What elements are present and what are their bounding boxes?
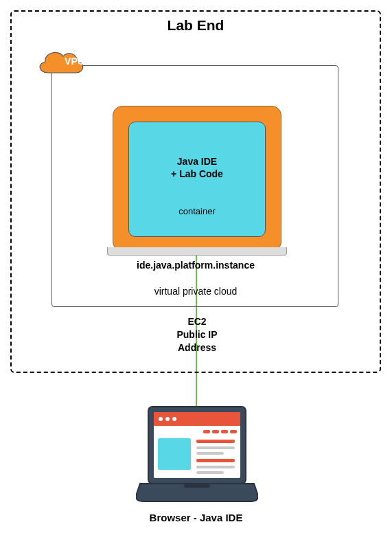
svg-rect-10 bbox=[158, 438, 191, 470]
container-sub: container bbox=[129, 206, 265, 216]
svg-rect-8 bbox=[221, 430, 228, 433]
svg-rect-7 bbox=[212, 430, 219, 433]
vpc-box: VPC Java IDE + Lab Code container ide.ja… bbox=[51, 65, 338, 307]
svg-rect-14 bbox=[196, 459, 235, 462]
svg-rect-12 bbox=[196, 446, 235, 449]
instance-base bbox=[107, 247, 287, 256]
svg-rect-13 bbox=[196, 452, 224, 455]
ec2-label: EC2 Public IP Address bbox=[12, 315, 382, 354]
lab-end-boundary: Lab End VPC Java IDE + Lab Code containe… bbox=[10, 10, 381, 373]
svg-rect-11 bbox=[196, 440, 235, 443]
svg-rect-6 bbox=[203, 430, 210, 433]
ec2-line2: Public IP bbox=[176, 329, 217, 340]
container-title: Java IDE + Lab Code bbox=[129, 155, 265, 180]
svg-rect-17 bbox=[184, 484, 210, 488]
vpc-badge-text: VPC bbox=[52, 56, 97, 67]
svg-rect-16 bbox=[196, 471, 224, 474]
svg-point-4 bbox=[165, 417, 170, 421]
instance-box: Java IDE + Lab Code container bbox=[113, 106, 281, 251]
container-line2: + Lab Code bbox=[171, 168, 223, 179]
container-box: Java IDE + Lab Code container bbox=[128, 122, 266, 237]
instance-label: ide.java.platform.instance bbox=[52, 260, 339, 271]
svg-point-3 bbox=[159, 417, 163, 421]
lab-end-title: Lab End bbox=[12, 17, 380, 34]
browser-label: Browser - Java IDE bbox=[0, 512, 392, 523]
container-line1: Java IDE bbox=[177, 156, 217, 167]
ec2-line3: Address bbox=[178, 342, 216, 353]
svg-rect-15 bbox=[196, 466, 235, 468]
ec2-line1: EC2 bbox=[187, 316, 206, 327]
svg-rect-9 bbox=[230, 430, 237, 433]
svg-point-5 bbox=[172, 417, 176, 421]
vpc-caption: virtual private cloud bbox=[52, 286, 339, 297]
laptop-icon bbox=[136, 405, 258, 505]
